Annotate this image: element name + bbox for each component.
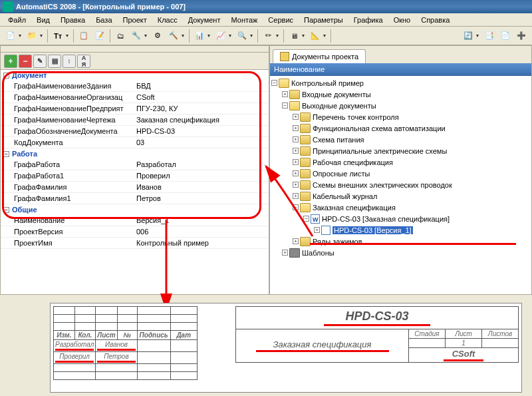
- tree-node[interactable]: +Рабочая спецификация: [271, 156, 530, 168]
- drawing-code: HPD-CS-03: [236, 307, 519, 329]
- tree-node[interactable]: −Заказная спецификация: [271, 202, 530, 213]
- expand-icon[interactable]: +: [293, 238, 299, 244]
- tree-node[interactable]: +Схема питания: [271, 134, 530, 145]
- expand-icon[interactable]: +: [282, 250, 288, 256]
- toolbar-btn-r4[interactable]: ➕: [514, 29, 529, 43]
- tree-node[interactable]: −Выходные документы: [271, 100, 530, 111]
- revision-table: Изм. Кол. Лист № Подпись Дат Разработал …: [53, 306, 198, 380]
- collapse-icon[interactable]: −: [3, 207, 9, 213]
- toolbar-btn-12[interactable]: ✏: [261, 29, 275, 43]
- toolbar-btn-4[interactable]: 📝: [92, 29, 107, 43]
- toolbar-btn-6[interactable]: 🔧: [129, 29, 144, 43]
- tree-node[interactable]: +Схемы внешних электрических проводок: [271, 179, 530, 190]
- prop-row[interactable]: ГрафаОбозначениеДокументаHPD-CS-03: [1, 126, 269, 137]
- expand-icon[interactable]: +: [293, 170, 299, 176]
- toolbar-btn-r3[interactable]: 📄: [498, 29, 513, 43]
- menu-edit[interactable]: Правка: [55, 15, 90, 25]
- menu-montage[interactable]: Монтаж: [225, 15, 263, 25]
- group-document[interactable]: − Документ: [1, 70, 269, 81]
- col-num: №: [117, 331, 137, 340]
- menu-help[interactable]: Справка: [416, 15, 455, 25]
- add-button[interactable]: +: [4, 55, 17, 68]
- toolbar-btn-2[interactable]: 📁: [25, 29, 39, 43]
- tab-project-docs[interactable]: Документы проекта: [273, 49, 366, 63]
- toolbar-btn-11[interactable]: 🔍: [235, 29, 249, 43]
- expand-icon[interactable]: +: [293, 182, 299, 188]
- project-tree[interactable]: −Контрольный пример +Входные документы −…: [270, 76, 531, 294]
- menu-service[interactable]: Сервис: [263, 15, 299, 25]
- tree-node[interactable]: +Опросные листы: [271, 168, 530, 179]
- menu-graphics[interactable]: Графика: [348, 15, 388, 25]
- remove-button[interactable]: −: [19, 55, 32, 68]
- toolbar-btn-r2[interactable]: 📑: [482, 29, 497, 43]
- prop-row[interactable]: ГрафаРабота1Проверил: [1, 170, 269, 182]
- expand-icon[interactable]: −: [282, 102, 288, 108]
- expand-icon[interactable]: −: [293, 204, 299, 210]
- toolbar-btn-text[interactable]: Тт: [51, 29, 65, 43]
- expand-icon[interactable]: +: [293, 125, 299, 131]
- prop-row[interactable]: НаименованиеВерсия_1: [1, 215, 269, 226]
- az-button[interactable]: AЯ: [77, 55, 90, 68]
- properties-grid: − Документ ГрафаНаименованиеЗданияБВД Гр…: [1, 70, 269, 294]
- group-document-label: Документ: [12, 71, 47, 79]
- row-developed: Разработал: [54, 340, 96, 352]
- menu-view[interactable]: Вид: [31, 15, 55, 25]
- menu-base[interactable]: База: [90, 15, 117, 25]
- expand-icon[interactable]: −: [271, 80, 277, 86]
- toolbar-btn-1[interactable]: 📄: [3, 29, 18, 43]
- toolbar-btn-10[interactable]: 📈: [213, 29, 228, 43]
- tree-node[interactable]: −HPD-CS-03 [Заказная спецификация]: [271, 213, 530, 224]
- group-work[interactable]: − Работа: [1, 148, 269, 159]
- expand-icon[interactable]: −: [303, 216, 309, 222]
- expand-icon[interactable]: +: [293, 136, 299, 142]
- folder-icon: [300, 112, 311, 122]
- expand-icon[interactable]: +: [293, 193, 299, 199]
- menu-file[interactable]: Файл: [3, 15, 31, 25]
- tree-node[interactable]: +Кабельный журнал: [271, 190, 530, 202]
- toolbar-btn-13[interactable]: 🖥: [287, 29, 301, 43]
- tree-node-selected[interactable]: +HPD-CS-03 [Версия_1]: [271, 224, 530, 236]
- prop-row[interactable]: ГрафаНаименованиеЧертежаЗаказная специфи…: [1, 114, 269, 126]
- tree-node[interactable]: +Входные документы: [271, 89, 530, 100]
- prop-row[interactable]: ГрафаНаименованиеОрганизацCSoft: [1, 92, 269, 103]
- menu-document[interactable]: Документ: [183, 15, 226, 25]
- expand-icon[interactable]: +: [314, 227, 320, 233]
- tree-root[interactable]: −Контрольный пример: [271, 77, 530, 89]
- toolbar-btn-8[interactable]: 🔨: [166, 29, 181, 43]
- tree-node[interactable]: +Ряды зажимов: [271, 236, 530, 247]
- doc-icon: [321, 226, 331, 235]
- prop-row[interactable]: ГрафаРаботаРазработал: [1, 159, 269, 170]
- toolbar-btn-7[interactable]: ⚙: [150, 29, 165, 43]
- toolbar-btn-3[interactable]: 📋: [76, 29, 91, 43]
- prop-row[interactable]: ГрафаФамилияИванов: [1, 182, 269, 193]
- group-common[interactable]: − Общие: [1, 204, 269, 215]
- tree-node[interactable]: +Функциональная схема автоматизации: [271, 122, 530, 134]
- tree-node[interactable]: +Шаблоны: [271, 247, 530, 258]
- menu-project[interactable]: Проект: [118, 15, 152, 25]
- prop-row[interactable]: ГрафаФамилия1Петров: [1, 193, 269, 204]
- expand-icon[interactable]: +: [282, 91, 288, 97]
- prop-row[interactable]: КодДокумента03: [1, 137, 269, 148]
- toolbar-btn-14[interactable]: 📐: [308, 29, 323, 43]
- expand-icon[interactable]: +: [293, 114, 299, 120]
- menu-class[interactable]: Класс: [152, 15, 183, 25]
- prop-row[interactable]: ГрафаНаименованиеПредприятПГУ-230, КУ: [1, 103, 269, 114]
- toolbar-btn-9[interactable]: 📊: [192, 29, 207, 43]
- tree-node[interactable]: +Перечень точек контроля: [271, 111, 530, 122]
- collapse-icon[interactable]: −: [3, 151, 9, 157]
- col-list: Лист: [96, 331, 117, 340]
- tree-node[interactable]: +Принципиальные электрические схемы: [271, 145, 530, 156]
- expand-icon[interactable]: +: [293, 148, 299, 154]
- filter-button[interactable]: ▤: [48, 55, 61, 68]
- menu-params[interactable]: Параметры: [299, 15, 348, 25]
- collapse-icon[interactable]: −: [3, 73, 9, 79]
- sort-button[interactable]: ↕: [63, 55, 76, 68]
- prop-row[interactable]: ГрафаНаименованиеЗданияБВД: [1, 81, 269, 92]
- prop-row[interactable]: ПроектВерсия006: [1, 226, 269, 238]
- edit-button[interactable]: ✎: [33, 55, 47, 68]
- expand-icon[interactable]: +: [293, 159, 299, 165]
- toolbar-btn-5[interactable]: 🗂: [113, 29, 128, 43]
- menu-window[interactable]: Окно: [388, 15, 416, 25]
- toolbar-btn-r1[interactable]: 🔄: [461, 29, 475, 43]
- prop-row[interactable]: ПроектИмяКонтрольный пример: [1, 238, 269, 249]
